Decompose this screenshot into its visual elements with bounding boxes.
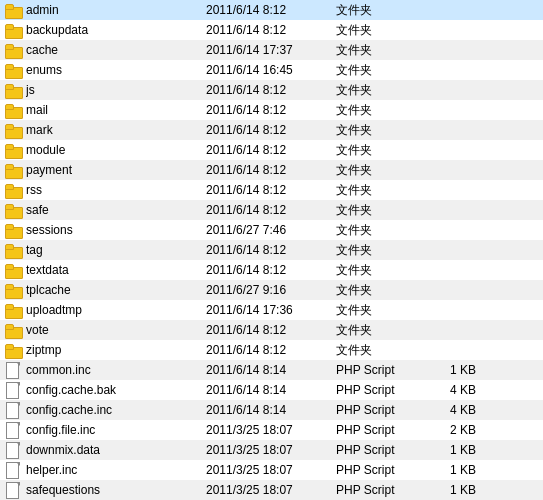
file-type: 文件夹: [326, 142, 416, 159]
file-name: safe: [26, 203, 196, 217]
file-size: 2 KB: [416, 423, 476, 437]
folder-icon: [5, 84, 21, 97]
php-file-icon: [6, 482, 20, 498]
file-type: 文件夹: [326, 242, 416, 259]
folder-icon: [5, 344, 21, 357]
file-name: payment: [26, 163, 196, 177]
file-size: 4 KB: [416, 383, 476, 397]
file-type: 文件夹: [326, 262, 416, 279]
file-name: mail: [26, 103, 196, 117]
file-name: rss: [26, 183, 196, 197]
file-type: 文件夹: [326, 342, 416, 359]
file-name: ziptmp: [26, 343, 196, 357]
folder-icon: [5, 224, 21, 237]
file-type: PHP Script: [326, 463, 416, 477]
file-date: 2011/6/27 9:16: [196, 283, 326, 297]
table-row[interactable]: helper.inc2011/3/25 18:07PHP Script1 KB: [0, 460, 543, 480]
file-type: PHP Script: [326, 403, 416, 417]
table-row[interactable]: module2011/6/14 8:12文件夹: [0, 140, 543, 160]
file-name: module: [26, 143, 196, 157]
table-row[interactable]: safequestions2011/3/25 18:07PHP Script1 …: [0, 480, 543, 500]
file-date: 2011/6/14 8:12: [196, 123, 326, 137]
file-name: js: [26, 83, 196, 97]
file-type: 文件夹: [326, 22, 416, 39]
table-row[interactable]: mail2011/6/14 8:12文件夹: [0, 100, 543, 120]
file-type: PHP Script: [326, 443, 416, 457]
file-date: 2011/6/14 8:12: [196, 143, 326, 157]
file-name: sessions: [26, 223, 196, 237]
file-size: 1 KB: [416, 463, 476, 477]
file-date: 2011/6/14 8:12: [196, 163, 326, 177]
table-row[interactable]: tag2011/6/14 8:12文件夹: [0, 240, 543, 260]
table-row[interactable]: payment2011/6/14 8:12文件夹: [0, 160, 543, 180]
file-name: safequestions: [26, 483, 196, 497]
table-row[interactable]: textdata2011/6/14 8:12文件夹: [0, 260, 543, 280]
table-row[interactable]: mark2011/6/14 8:12文件夹: [0, 120, 543, 140]
table-row[interactable]: js2011/6/14 8:12文件夹: [0, 80, 543, 100]
file-date: 2011/6/14 16:45: [196, 63, 326, 77]
file-type: 文件夹: [326, 302, 416, 319]
file-date: 2011/6/14 8:12: [196, 203, 326, 217]
file-type: PHP Script: [326, 363, 416, 377]
folder-icon: [5, 104, 21, 117]
file-type: 文件夹: [326, 82, 416, 99]
table-row[interactable]: common.inc2011/6/14 8:14PHP Script1 KB: [0, 360, 543, 380]
file-size: 4 KB: [416, 403, 476, 417]
table-row[interactable]: vote2011/6/14 8:12文件夹: [0, 320, 543, 340]
file-type: PHP Script: [326, 483, 416, 497]
file-date: 2011/6/14 8:12: [196, 103, 326, 117]
table-row[interactable]: safe2011/6/14 8:12文件夹: [0, 200, 543, 220]
file-date: 2011/6/27 7:46: [196, 223, 326, 237]
table-row[interactable]: tplcache2011/6/27 9:16文件夹: [0, 280, 543, 300]
php-file-icon: [6, 462, 20, 478]
folder-icon: [5, 284, 21, 297]
table-row[interactable]: config.file.inc2011/3/25 18:07PHP Script…: [0, 420, 543, 440]
file-name: mark: [26, 123, 196, 137]
table-row[interactable]: downmix.data2011/3/25 18:07PHP Script1 K…: [0, 440, 543, 460]
file-date: 2011/6/14 8:12: [196, 323, 326, 337]
file-date: 2011/3/25 18:07: [196, 443, 326, 457]
file-name: config.cache.inc: [26, 403, 196, 417]
folder-icon: [5, 64, 21, 77]
file-date: 2011/6/14 8:14: [196, 383, 326, 397]
table-row[interactable]: admin2011/6/14 8:12文件夹: [0, 0, 543, 20]
table-row[interactable]: ziptmp2011/6/14 8:12文件夹: [0, 340, 543, 360]
folder-icon: [5, 4, 21, 17]
file-type: 文件夹: [326, 62, 416, 79]
php-file-icon: [6, 402, 20, 418]
file-size: 1 KB: [416, 363, 476, 377]
php-file-icon: [6, 442, 20, 458]
table-row[interactable]: cache2011/6/14 17:37文件夹: [0, 40, 543, 60]
file-list: admin2011/6/14 8:12文件夹backupdata2011/6/1…: [0, 0, 543, 500]
table-row[interactable]: backupdata2011/6/14 8:12文件夹: [0, 20, 543, 40]
folder-icon: [5, 184, 21, 197]
table-row[interactable]: uploadtmp2011/6/14 17:36文件夹: [0, 300, 543, 320]
table-row[interactable]: rss2011/6/14 8:12文件夹: [0, 180, 543, 200]
folder-icon: [5, 244, 21, 257]
table-row[interactable]: config.cache.bak2011/6/14 8:14PHP Script…: [0, 380, 543, 400]
table-row[interactable]: sessions2011/6/27 7:46文件夹: [0, 220, 543, 240]
file-type: 文件夹: [326, 282, 416, 299]
file-name: tplcache: [26, 283, 196, 297]
table-row[interactable]: config.cache.inc2011/6/14 8:14PHP Script…: [0, 400, 543, 420]
file-name: downmix.data: [26, 443, 196, 457]
file-type: 文件夹: [326, 122, 416, 139]
file-date: 2011/6/14 8:12: [196, 23, 326, 37]
file-date: 2011/6/14 8:14: [196, 363, 326, 377]
file-date: 2011/6/14 17:36: [196, 303, 326, 317]
file-type: 文件夹: [326, 162, 416, 179]
file-date: 2011/3/25 18:07: [196, 423, 326, 437]
file-size: 1 KB: [416, 443, 476, 457]
folder-icon: [5, 164, 21, 177]
folder-icon: [5, 324, 21, 337]
file-date: 2011/6/14 8:12: [196, 183, 326, 197]
file-size: 1 KB: [416, 483, 476, 497]
folder-icon: [5, 144, 21, 157]
php-file-icon: [6, 362, 20, 378]
folder-icon: [5, 204, 21, 217]
file-name: cache: [26, 43, 196, 57]
file-name: tag: [26, 243, 196, 257]
file-type: 文件夹: [326, 42, 416, 59]
table-row[interactable]: enums2011/6/14 16:45文件夹: [0, 60, 543, 80]
php-file-icon: [6, 422, 20, 438]
